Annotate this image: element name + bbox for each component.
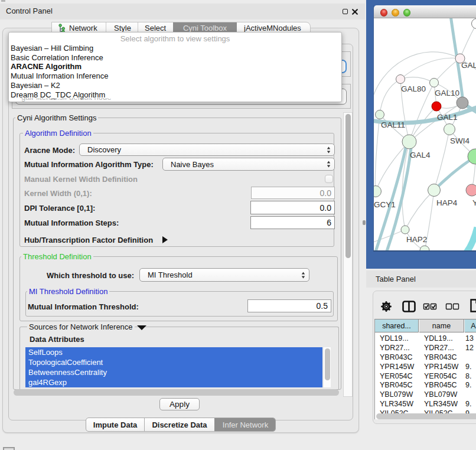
svg-text:GAL11: GAL11 [381, 120, 405, 129]
svg-text:HAP2: HAP2 [406, 235, 427, 244]
svg-text:GAL4: GAL4 [410, 151, 431, 159]
svg-text:GAL80: GAL80 [401, 84, 426, 93]
svg-text:Y: Y [472, 198, 476, 207]
svg-text:GAL1: GAL1 [437, 113, 458, 122]
svg-text:HAP4: HAP4 [436, 198, 458, 207]
svg-text:GAL: GAL [461, 61, 476, 70]
svg-text:GCY1: GCY1 [374, 200, 396, 209]
svg-text:SWI4: SWI4 [450, 136, 470, 145]
svg-text:GAL10: GAL10 [435, 89, 459, 97]
